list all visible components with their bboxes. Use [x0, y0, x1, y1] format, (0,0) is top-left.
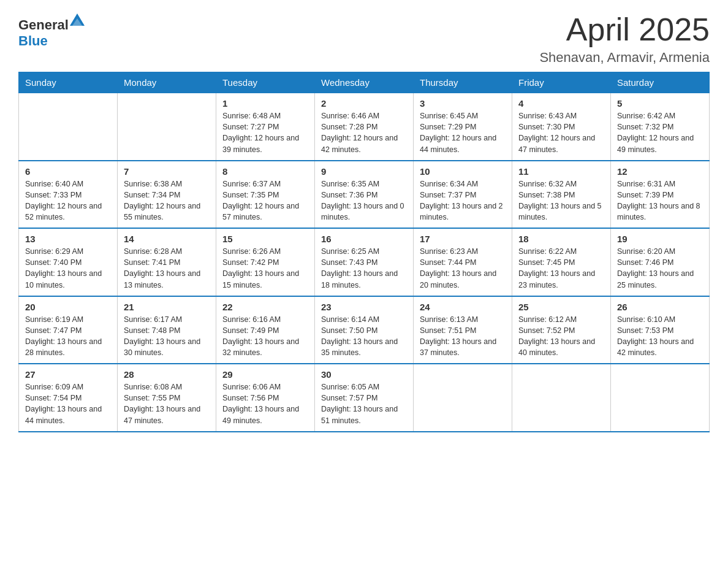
- calendar-cell: 16Sunrise: 6:25 AMSunset: 7:43 PMDayligh…: [315, 228, 414, 296]
- header-day-monday: Monday: [118, 72, 216, 93]
- calendar-cell: [611, 364, 710, 432]
- calendar-cell: 17Sunrise: 6:23 AMSunset: 7:44 PMDayligh…: [414, 228, 512, 296]
- day-info: Sunrise: 6:12 AMSunset: 7:52 PMDaylight:…: [518, 314, 604, 359]
- calendar-cell: 19Sunrise: 6:20 AMSunset: 7:46 PMDayligh…: [611, 228, 710, 296]
- day-info: Sunrise: 6:42 AMSunset: 7:32 PMDaylight:…: [617, 110, 703, 155]
- header-day-sunday: Sunday: [19, 72, 118, 93]
- calendar-cell: [118, 93, 216, 161]
- calendar-cell: 13Sunrise: 6:29 AMSunset: 7:40 PMDayligh…: [19, 228, 118, 296]
- logo-text: General Blue: [18, 12, 86, 49]
- day-info: Sunrise: 6:23 AMSunset: 7:44 PMDaylight:…: [420, 246, 506, 291]
- day-number: 17: [420, 234, 506, 244]
- day-number: 6: [25, 166, 111, 177]
- logo: General Blue: [18, 12, 86, 49]
- header-day-wednesday: Wednesday: [315, 72, 414, 93]
- calendar-cell: 1Sunrise: 6:48 AMSunset: 7:27 PMDaylight…: [216, 93, 315, 161]
- title-block: April 2025 Shenavan, Armavir, Armenia: [539, 12, 710, 66]
- calendar-cell: 8Sunrise: 6:37 AMSunset: 7:35 PMDaylight…: [216, 161, 315, 229]
- day-number: 16: [321, 234, 407, 244]
- calendar-cell: 21Sunrise: 6:17 AMSunset: 7:48 PMDayligh…: [118, 296, 216, 364]
- day-number: 9: [321, 166, 407, 177]
- day-number: 8: [222, 166, 308, 177]
- calendar-cell: 15Sunrise: 6:26 AMSunset: 7:42 PMDayligh…: [216, 228, 315, 296]
- day-number: 10: [420, 166, 506, 177]
- calendar-cell: 2Sunrise: 6:46 AMSunset: 7:28 PMDaylight…: [315, 93, 414, 161]
- header-row: SundayMondayTuesdayWednesdayThursdayFrid…: [19, 72, 710, 93]
- day-info: Sunrise: 6:20 AMSunset: 7:46 PMDaylight:…: [617, 246, 703, 291]
- calendar-cell: 27Sunrise: 6:09 AMSunset: 7:54 PMDayligh…: [19, 364, 118, 432]
- logo-icon: [69, 12, 86, 29]
- calendar-cell: 29Sunrise: 6:06 AMSunset: 7:56 PMDayligh…: [216, 364, 315, 432]
- calendar-header: SundayMondayTuesdayWednesdayThursdayFrid…: [19, 72, 710, 93]
- day-number: 13: [25, 234, 111, 244]
- week-row-1: 1Sunrise: 6:48 AMSunset: 7:27 PMDaylight…: [19, 93, 710, 161]
- calendar-cell: 4Sunrise: 6:43 AMSunset: 7:30 PMDaylight…: [512, 93, 611, 161]
- day-number: 30: [321, 369, 407, 380]
- day-info: Sunrise: 6:10 AMSunset: 7:53 PMDaylight:…: [617, 314, 703, 359]
- day-number: 5: [617, 98, 703, 109]
- day-number: 2: [321, 98, 407, 109]
- header-day-saturday: Saturday: [611, 72, 710, 93]
- day-info: Sunrise: 6:08 AMSunset: 7:55 PMDaylight:…: [124, 381, 210, 426]
- calendar-cell: 28Sunrise: 6:08 AMSunset: 7:55 PMDayligh…: [118, 364, 216, 432]
- day-number: 25: [518, 302, 604, 312]
- day-info: Sunrise: 6:09 AMSunset: 7:54 PMDaylight:…: [25, 381, 111, 426]
- logo-general: General: [18, 17, 69, 33]
- week-row-2: 6Sunrise: 6:40 AMSunset: 7:33 PMDaylight…: [19, 161, 710, 229]
- calendar-cell: 14Sunrise: 6:28 AMSunset: 7:41 PMDayligh…: [118, 228, 216, 296]
- calendar-cell: 26Sunrise: 6:10 AMSunset: 7:53 PMDayligh…: [611, 296, 710, 364]
- header-day-tuesday: Tuesday: [216, 72, 315, 93]
- calendar-cell: 3Sunrise: 6:45 AMSunset: 7:29 PMDaylight…: [414, 93, 512, 161]
- day-number: 18: [518, 234, 604, 244]
- calendar-cell: 6Sunrise: 6:40 AMSunset: 7:33 PMDaylight…: [19, 161, 118, 229]
- day-number: 3: [420, 98, 506, 109]
- logo-blue: Blue: [18, 33, 48, 48]
- page-header: General Blue April 2025 Shenavan, Armavi…: [18, 12, 710, 66]
- day-info: Sunrise: 6:17 AMSunset: 7:48 PMDaylight:…: [124, 314, 210, 359]
- day-info: Sunrise: 6:22 AMSunset: 7:45 PMDaylight:…: [518, 246, 604, 291]
- day-number: 4: [518, 98, 604, 109]
- day-number: 23: [321, 302, 407, 312]
- calendar-cell: [414, 364, 512, 432]
- calendar-cell: 30Sunrise: 6:05 AMSunset: 7:57 PMDayligh…: [315, 364, 414, 432]
- calendar-cell: 23Sunrise: 6:14 AMSunset: 7:50 PMDayligh…: [315, 296, 414, 364]
- calendar-table: SundayMondayTuesdayWednesdayThursdayFrid…: [18, 72, 710, 432]
- calendar-body: 1Sunrise: 6:48 AMSunset: 7:27 PMDaylight…: [19, 93, 710, 432]
- day-info: Sunrise: 6:48 AMSunset: 7:27 PMDaylight:…: [222, 110, 308, 155]
- calendar-cell: 11Sunrise: 6:32 AMSunset: 7:38 PMDayligh…: [512, 161, 611, 229]
- day-info: Sunrise: 6:46 AMSunset: 7:28 PMDaylight:…: [321, 110, 407, 155]
- day-number: 24: [420, 302, 506, 312]
- day-info: Sunrise: 6:29 AMSunset: 7:40 PMDaylight:…: [25, 246, 111, 291]
- calendar-cell: 10Sunrise: 6:34 AMSunset: 7:37 PMDayligh…: [414, 161, 512, 229]
- day-info: Sunrise: 6:05 AMSunset: 7:57 PMDaylight:…: [321, 381, 407, 426]
- day-info: Sunrise: 6:28 AMSunset: 7:41 PMDaylight:…: [124, 246, 210, 291]
- month-title: April 2025: [539, 12, 710, 47]
- day-number: 26: [617, 302, 703, 312]
- calendar-cell: 5Sunrise: 6:42 AMSunset: 7:32 PMDaylight…: [611, 93, 710, 161]
- day-number: 28: [124, 369, 210, 380]
- day-info: Sunrise: 6:45 AMSunset: 7:29 PMDaylight:…: [420, 110, 506, 155]
- calendar-cell: 20Sunrise: 6:19 AMSunset: 7:47 PMDayligh…: [19, 296, 118, 364]
- day-number: 20: [25, 302, 111, 312]
- location-title: Shenavan, Armavir, Armenia: [539, 50, 710, 66]
- calendar-cell: [512, 364, 611, 432]
- day-info: Sunrise: 6:38 AMSunset: 7:34 PMDaylight:…: [124, 178, 210, 223]
- week-row-4: 20Sunrise: 6:19 AMSunset: 7:47 PMDayligh…: [19, 296, 710, 364]
- day-info: Sunrise: 6:19 AMSunset: 7:47 PMDaylight:…: [25, 314, 111, 359]
- week-row-5: 27Sunrise: 6:09 AMSunset: 7:54 PMDayligh…: [19, 364, 710, 432]
- day-number: 15: [222, 234, 308, 244]
- day-info: Sunrise: 6:37 AMSunset: 7:35 PMDaylight:…: [222, 178, 308, 223]
- day-info: Sunrise: 6:06 AMSunset: 7:56 PMDaylight:…: [222, 381, 308, 426]
- day-number: 29: [222, 369, 308, 380]
- calendar-cell: 18Sunrise: 6:22 AMSunset: 7:45 PMDayligh…: [512, 228, 611, 296]
- calendar-cell: [19, 93, 118, 161]
- day-info: Sunrise: 6:16 AMSunset: 7:49 PMDaylight:…: [222, 314, 308, 359]
- day-number: 22: [222, 302, 308, 312]
- day-number: 12: [617, 166, 703, 177]
- day-info: Sunrise: 6:14 AMSunset: 7:50 PMDaylight:…: [321, 314, 407, 359]
- day-info: Sunrise: 6:32 AMSunset: 7:38 PMDaylight:…: [518, 178, 604, 223]
- week-row-3: 13Sunrise: 6:29 AMSunset: 7:40 PMDayligh…: [19, 228, 710, 296]
- calendar-cell: 12Sunrise: 6:31 AMSunset: 7:39 PMDayligh…: [611, 161, 710, 229]
- calendar-cell: 9Sunrise: 6:35 AMSunset: 7:36 PMDaylight…: [315, 161, 414, 229]
- day-info: Sunrise: 6:26 AMSunset: 7:42 PMDaylight:…: [222, 246, 308, 291]
